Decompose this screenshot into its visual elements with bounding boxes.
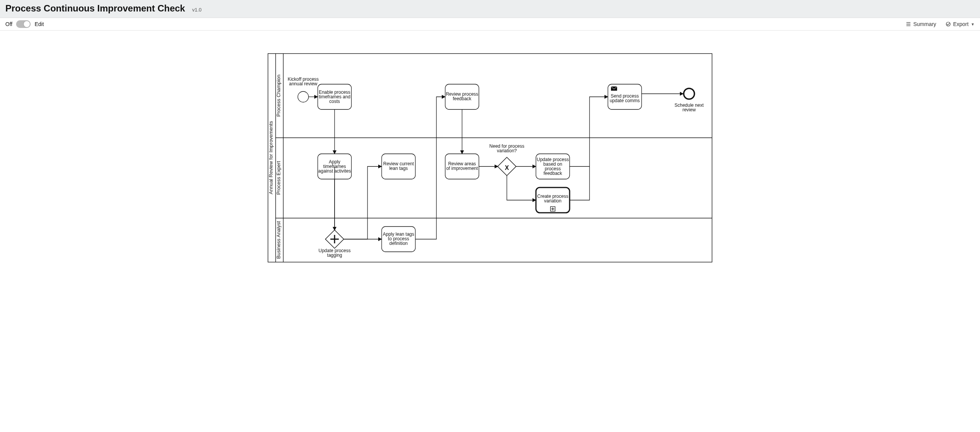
lane2-title: Process Expert bbox=[276, 161, 281, 195]
version-label: v1.0 bbox=[192, 7, 202, 13]
page-header: Process Continuous Improvement Check v1.… bbox=[0, 0, 980, 18]
toolbar: Off Edit Summary Export ▼ bbox=[0, 18, 980, 31]
diagram-canvas[interactable]: Annual Review for Improvements Process C… bbox=[0, 31, 980, 279]
svg-text:X: X bbox=[505, 165, 509, 171]
summary-button[interactable]: Summary bbox=[906, 21, 936, 27]
start-event-label: Kickoff processannual review bbox=[287, 77, 318, 86]
export-button[interactable]: Export ▼ bbox=[946, 21, 975, 27]
end-event-label: Schedule nextreview bbox=[675, 103, 704, 112]
flow-t7-t3 bbox=[570, 97, 608, 166]
toggle-edit-label: Edit bbox=[34, 21, 44, 27]
gateway-update-tagging[interactable] bbox=[325, 230, 344, 248]
t6-label: Review areasof improvement bbox=[446, 161, 478, 171]
svg-point-0 bbox=[946, 22, 950, 26]
pool-title: Annual Review for Improvements bbox=[268, 121, 274, 194]
flow-gw1-t8 bbox=[507, 175, 536, 200]
export-icon bbox=[946, 21, 951, 27]
list-icon bbox=[906, 21, 911, 27]
flow-t8-merge bbox=[570, 166, 590, 200]
gw1-label: Need for processvariation? bbox=[489, 143, 524, 153]
t3-label: Send processupdate comms bbox=[610, 93, 640, 103]
gateway-need-variation[interactable]: X bbox=[498, 157, 516, 176]
lane1-title: Process Champion bbox=[276, 75, 281, 117]
end-event[interactable] bbox=[684, 88, 694, 99]
toggle-off-label: Off bbox=[5, 21, 12, 27]
summary-label: Summary bbox=[913, 21, 936, 27]
lane3-title: Business Analyst bbox=[276, 221, 281, 259]
start-event[interactable] bbox=[298, 91, 309, 102]
edit-toggle[interactable] bbox=[16, 20, 31, 28]
gw2-label: Update processtagging bbox=[318, 248, 351, 258]
flow-t9-t2 bbox=[415, 97, 445, 239]
export-label: Export bbox=[953, 21, 969, 27]
bpmn-diagram: Annual Review for Improvements Process C… bbox=[264, 50, 716, 264]
caret-down-icon: ▼ bbox=[971, 22, 975, 26]
page-title: Process Continuous Improvement Check bbox=[5, 3, 185, 14]
